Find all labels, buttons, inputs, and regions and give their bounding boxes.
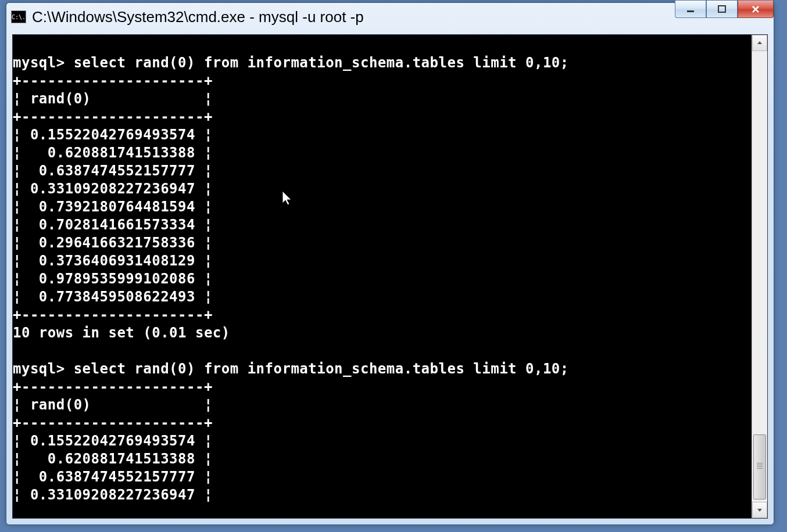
scrollbar-thumb[interactable] (753, 434, 766, 499)
client-area: mysql> select rand(0) from information_s… (12, 34, 768, 519)
terminal-output[interactable]: mysql> select rand(0) from information_s… (13, 35, 752, 518)
scroll-up-button[interactable] (752, 35, 767, 51)
scrollbar-track[interactable] (752, 51, 767, 502)
close-button[interactable] (738, 1, 774, 18)
vertical-scrollbar[interactable] (752, 35, 767, 518)
window-frame: C:\. C:\Windows\System32\cmd.exe - mysql… (6, 2, 774, 525)
cmd-icon: C:\. (11, 10, 26, 23)
svg-rect-0 (687, 10, 694, 12)
svg-rect-1 (718, 6, 725, 12)
window-title: C:\Windows\System32\cmd.exe - mysql -u r… (32, 8, 364, 26)
titlebar[interactable]: C:\. C:\Windows\System32\cmd.exe - mysql… (6, 3, 774, 31)
maximize-button[interactable] (706, 1, 738, 18)
window-controls (675, 1, 774, 18)
minimize-button[interactable] (675, 1, 706, 18)
scroll-down-button[interactable] (752, 502, 767, 518)
